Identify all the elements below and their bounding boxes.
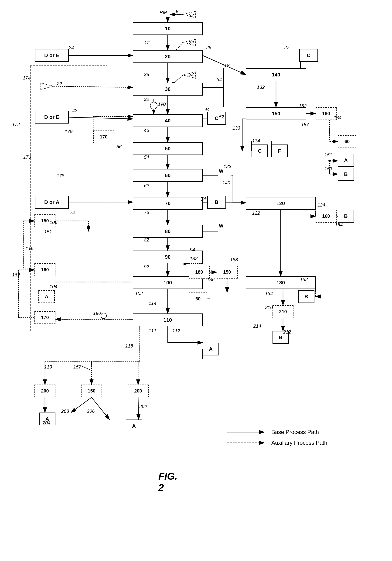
label-152: 152: [299, 103, 307, 109]
box-60: 60: [133, 169, 203, 182]
label-172: 172: [12, 122, 20, 127]
box-b74: B: [207, 196, 226, 209]
label-151-right: 151: [324, 152, 332, 158]
box-210: 210: [273, 305, 294, 318]
label-22-left: 22: [57, 81, 62, 86]
label-202: 202: [139, 404, 147, 409]
label-22-mid2: 22: [189, 72, 194, 77]
svg-line-21: [53, 86, 133, 87]
label-46: 46: [144, 128, 149, 133]
svg-line-89: [138, 397, 138, 420]
legend-aux-line: [227, 440, 269, 446]
box-170-left: 170: [34, 311, 55, 324]
label-176: 176: [23, 154, 31, 160]
box-200-left: 200: [34, 385, 55, 397]
label-157: 157: [73, 364, 81, 370]
label-44: 44: [204, 107, 210, 112]
label-22-top: 22: [189, 13, 194, 18]
label-rm: RM: [159, 10, 167, 15]
label-214: 214: [254, 324, 261, 329]
label-190-top: 190: [158, 102, 166, 107]
box-150-bot: 150: [81, 385, 102, 397]
label-206: 206: [87, 409, 95, 414]
box-150-mid: 150: [217, 266, 238, 279]
label-188: 188: [230, 257, 238, 262]
label-76: 76: [144, 210, 149, 215]
label-122: 122: [252, 210, 260, 216]
label-174: 174: [23, 75, 31, 81]
label-W1: W: [219, 169, 223, 174]
label-208: 208: [61, 409, 69, 414]
box-10: 10: [133, 22, 203, 35]
label-184: 184: [334, 115, 341, 120]
box-a-right: A: [338, 154, 354, 167]
legend-base: Base Process Path: [227, 429, 327, 435]
label-54: 54: [144, 154, 149, 160]
label-134-top: 134: [252, 138, 260, 144]
label-27: 27: [284, 45, 289, 50]
box-110: 110: [133, 313, 203, 326]
box-150-right: 150: [246, 107, 306, 120]
label-132-bot: 132: [300, 277, 308, 282]
label-118-top: 118: [222, 63, 229, 68]
legend-container: Base Process Path Auxiliary Process Path: [227, 429, 327, 446]
label-74: 74: [201, 196, 206, 202]
box-b-right130: B: [298, 290, 314, 303]
label-118-bot: 118: [125, 343, 133, 349]
svg-point-64: [101, 313, 106, 319]
box-a-node-top: A: [203, 343, 219, 356]
box-dore-24: D or E: [35, 49, 69, 62]
label-190-bot: 190: [93, 311, 101, 316]
box-c-cf: C: [252, 144, 268, 157]
label-32: 32: [144, 97, 149, 102]
label-204: 204: [43, 420, 50, 426]
box-160-right: 160: [316, 210, 337, 223]
svg-marker-20: [41, 83, 53, 89]
label-104: 104: [50, 284, 57, 289]
box-70: 70: [133, 197, 203, 210]
box-b-right164: B: [338, 210, 354, 223]
box-50: 50: [133, 142, 203, 155]
box-40: 40: [133, 114, 203, 127]
box-a-bot2: A: [126, 420, 142, 432]
label-124: 124: [318, 202, 325, 208]
svg-point-61: [150, 102, 157, 109]
label-22-mid1: 22: [189, 40, 194, 45]
box-120: 120: [246, 197, 316, 210]
label-178: 178: [57, 173, 64, 179]
label-151-left: 151: [44, 229, 52, 235]
label-8: 8: [176, 9, 178, 14]
box-dora-72: D or A: [35, 196, 69, 209]
legend-aux: Auxiliary Process Path: [227, 440, 327, 446]
label-56: 56: [117, 144, 122, 149]
label-34: 34: [217, 77, 222, 82]
box-80: 80: [133, 225, 203, 238]
label-112: 112: [172, 328, 180, 334]
label-123: 123: [224, 164, 231, 169]
label-94: 94: [190, 247, 195, 252]
box-f-cf: F: [271, 144, 288, 157]
box-60-right: 60: [338, 135, 356, 148]
box-60-bot: 60: [189, 292, 207, 305]
box-c27: C: [299, 49, 318, 62]
box-160-left: 160: [34, 263, 55, 276]
label-133: 133: [233, 125, 240, 131]
label-28: 28: [144, 72, 149, 77]
legend-base-line: [227, 429, 269, 435]
label-134-bot: 134: [265, 291, 273, 296]
label-210: 210: [265, 305, 273, 310]
label-62: 62: [144, 183, 149, 188]
label-42: 42: [72, 108, 77, 113]
label-186: 186: [207, 277, 214, 282]
legend-aux-label: Auxiliary Process Path: [271, 440, 327, 446]
label-W2: W: [219, 223, 223, 229]
label-116: 116: [26, 246, 33, 251]
diagram-container: 10 20 30 40 50 60 70 80 90 100 110 120 1…: [0, 0, 392, 561]
label-182: 182: [190, 256, 198, 261]
box-20: 20: [133, 50, 203, 63]
svg-point-75: [328, 160, 331, 162]
box-a104: A: [38, 290, 55, 303]
box-180-mid: 180: [189, 266, 210, 279]
label-82: 82: [144, 237, 149, 243]
label-153: 153: [324, 166, 332, 172]
